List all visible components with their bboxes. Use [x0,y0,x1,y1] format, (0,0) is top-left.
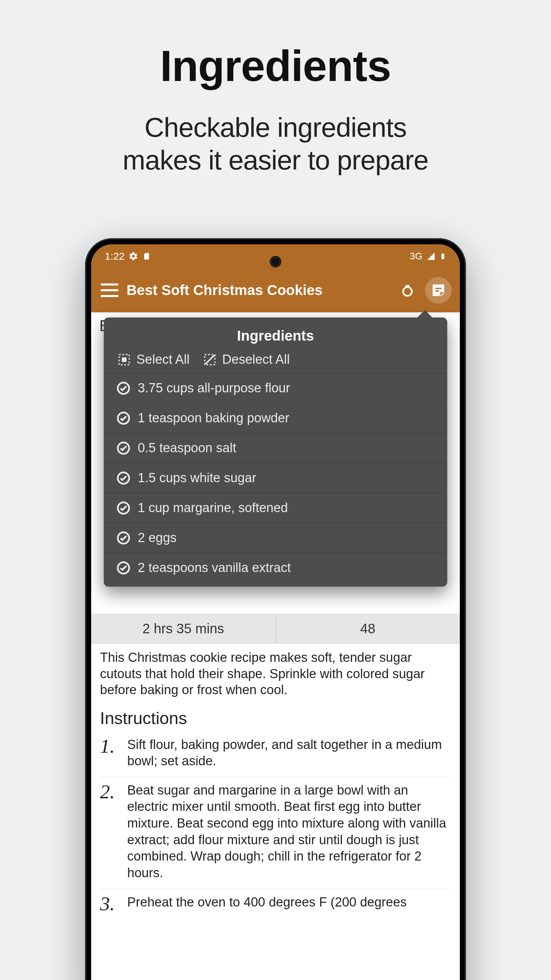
ingredient-item[interactable]: 3.75 cups all-purpose flour [104,373,447,403]
sd-card-icon [142,252,150,260]
ingredients-popup: Ingredients Select All [104,318,447,587]
deselect-all-button[interactable]: Deselect All [203,352,290,367]
select-all-label: Select All [137,352,189,367]
check-circle-icon [117,561,130,575]
ingredient-text: 3.75 cups all-purpose flour [138,381,290,395]
phone-frame: 1:22 3G Be [85,238,466,980]
step-text: Sift flour, baking powder, and salt toge… [127,737,451,769]
app-bar: Best Soft Christmas Cookies [91,268,460,312]
ingredient-item[interactable]: 0.5 teaspoon salt [104,433,447,463]
status-bar: 1:22 3G [91,244,460,268]
status-time: 1:22 [105,250,124,262]
recipe-description: This Christmas cookie recipe makes soft,… [91,643,460,698]
ingredient-text: 0.5 teaspoon salt [138,441,236,455]
ingredient-text: 1.5 cups white sugar [138,471,256,485]
promo-subtitle: Checkable ingredients makes it easier to… [0,111,551,177]
ingredient-text: 2 eggs [138,530,176,545]
instruction-step: 3.Preheat the oven to 400 degrees F (200… [100,889,451,921]
ingredient-text: 1 teaspoon baking powder [138,411,289,425]
step-number: 3. [100,894,121,914]
check-circle-icon [117,441,130,455]
nutrition-button[interactable] [398,281,417,300]
promo-subtitle-line1: Checkable ingredients [144,112,407,143]
phone-screen: 1:22 3G Be [91,244,460,980]
check-circle-icon [117,411,130,425]
instruction-step: 2.Beat sugar and margarine in a large bo… [100,777,451,889]
check-circle-icon [117,471,130,485]
step-number: 2. [100,782,121,881]
yield-value: 48 [275,614,460,643]
settings-sync-icon [129,251,138,261]
menu-button[interactable] [101,283,118,297]
instructions-list: 1.Sift flour, baking powder, and salt to… [91,732,460,921]
recipe-info-row: 2 hrs 35 mins 48 [91,614,460,643]
step-number: 1. [100,737,121,769]
ingredient-text: 1 cup margarine, softened [138,501,288,515]
ingredient-item[interactable]: 1 teaspoon baking powder [104,403,447,433]
promo-subtitle-line2: makes it easier to prepare [123,145,429,175]
total-time-value: 2 hrs 35 mins [91,614,275,643]
ingredient-item[interactable]: 1.5 cups white sugar [104,463,447,493]
step-text: Beat sugar and margarine in a large bowl… [127,782,451,881]
deselect-all-icon [203,353,217,366]
svg-rect-2 [122,357,126,362]
svg-point-0 [403,287,412,296]
popup-title: Ingredients [104,318,447,352]
ingredient-item[interactable]: 2 eggs [104,523,447,553]
step-text: Preheat the oven to 400 degrees F (200 d… [127,894,407,914]
check-circle-icon [117,501,130,515]
select-all-button[interactable]: Select All [118,352,189,367]
battery-icon [440,251,446,261]
ingredient-item[interactable]: 2 teaspoons vanilla extract [104,553,447,585]
instruction-step: 1.Sift flour, baking powder, and salt to… [100,732,451,777]
instructions-heading: Instructions [91,698,460,732]
svg-line-4 [205,355,214,364]
signal-icon [427,252,435,261]
check-circle-icon [117,382,130,395]
appbar-title: Best Soft Christmas Cookies [127,282,390,298]
status-network-label: 3G [410,251,422,262]
select-all-icon [118,353,131,366]
promo-title: Ingredients [0,41,551,91]
ingredient-text: 2 teaspoons vanilla extract [138,560,291,575]
popup-arrow-icon [416,310,433,319]
check-circle-icon [117,531,130,545]
ingredient-item[interactable]: 1 cup margarine, softened [104,493,447,523]
ingredients-panel-button[interactable] [425,277,452,304]
deselect-all-label: Deselect All [222,352,290,367]
ingredients-list: 3.75 cups all-purpose flour1 teaspoon ba… [104,373,447,585]
